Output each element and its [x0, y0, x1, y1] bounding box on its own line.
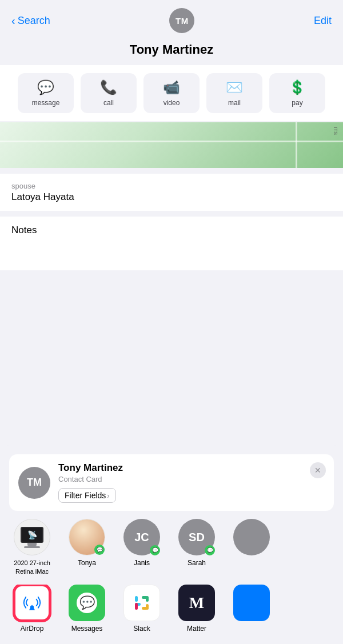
messages-bubble: 💬: [77, 593, 97, 613]
person-avatar-janis: JC 💬: [123, 519, 160, 555]
filter-fields-label: Filter Fields: [65, 491, 106, 500]
contact-name-section: Tony Martinez: [0, 39, 343, 65]
share-contact-card: TM Tony Martinez Contact Card Filter Fie…: [9, 454, 334, 511]
app-item-matter[interactable]: M Matter: [174, 585, 220, 633]
airdrop-icon: [14, 585, 50, 621]
pay-button[interactable]: 💲 pay: [269, 73, 325, 113]
person-name-janis: Janis: [134, 559, 150, 567]
message-badge-icon: 💬: [97, 547, 103, 553]
person-item-mac[interactable]: 📡 2020 27-inchRetina iMac: [9, 519, 55, 575]
message-badge-icon-janis: 💬: [152, 547, 158, 553]
mail-button[interactable]: ✉️ mail: [206, 73, 262, 113]
app-item-messages[interactable]: 💬 Messages: [64, 585, 110, 633]
people-row: 📡 2020 27-inchRetina iMac 💬 Tonya: [0, 519, 343, 585]
spouse-field-label: spouse: [11, 182, 332, 190]
contact-avatar-nav: TM: [169, 8, 194, 33]
filter-fields-button[interactable]: Filter Fields ›: [58, 488, 116, 503]
matter-icon: M: [178, 585, 215, 621]
slack-label: Slack: [133, 625, 150, 633]
pay-label: pay: [292, 99, 302, 107]
person-avatar-tonya: 💬: [69, 519, 105, 555]
person-item-janis[interactable]: JC 💬 Janis: [119, 519, 165, 575]
person-avatar-mac: 📡: [14, 519, 50, 555]
back-button[interactable]: ‹ Search: [11, 14, 50, 27]
slack-icon: [123, 585, 160, 621]
partial-app-icon: [233, 585, 270, 621]
mac-icon: 📡: [21, 527, 43, 548]
matter-label: Matter: [187, 625, 206, 633]
person-name-tonya: Tonya: [78, 559, 96, 567]
pay-icon: 💲: [289, 79, 306, 95]
video-button[interactable]: 📹 video: [143, 73, 200, 113]
person-item-tonya[interactable]: 💬 Tonya: [64, 519, 110, 575]
message-icon: 💬: [37, 79, 54, 95]
map-thumbnail: ITS: [0, 122, 343, 168]
share-contact-subtitle: Contact Card: [58, 475, 325, 483]
person-avatar-extra: [233, 519, 270, 555]
svg-rect-6: [142, 607, 147, 610]
messages-icon: 💬: [69, 585, 105, 621]
mail-label: mail: [228, 99, 241, 107]
message-badge-tonya: 💬: [94, 545, 105, 555]
message-button[interactable]: 💬 message: [18, 73, 74, 113]
svg-rect-1: [135, 596, 138, 602]
message-badge-janis: 💬: [150, 545, 160, 555]
map-label: ITS: [333, 127, 338, 135]
share-sheet: TM Tony Martinez Contact Card Filter Fie…: [0, 445, 343, 644]
edit-button[interactable]: Edit: [314, 15, 332, 27]
app-item-slack[interactable]: Slack: [119, 585, 165, 633]
nav-bar: ‹ Search TM Edit: [0, 0, 343, 39]
notes-section: Notes: [0, 217, 343, 270]
map-section[interactable]: ITS: [0, 122, 343, 168]
svg-rect-4: [142, 596, 147, 599]
svg-rect-8: [135, 603, 138, 609]
mac-screen: 📡: [21, 527, 43, 543]
call-button[interactable]: 📞 call: [81, 73, 137, 113]
app-row: AirDrop 💬 Messages: [0, 585, 343, 644]
app-item-airdrop[interactable]: AirDrop: [9, 585, 55, 633]
mail-icon: ✉️: [226, 79, 243, 95]
action-buttons-row: 💬 message 📞 call 📹 video ✉️ mail 💲 pay: [0, 65, 343, 121]
notes-label: Notes: [11, 225, 332, 236]
contact-name: Tony Martinez: [130, 42, 213, 57]
share-contact-name: Tony Martinez: [58, 462, 325, 474]
call-label: call: [103, 99, 114, 107]
message-label: message: [32, 99, 60, 107]
person-name-mac: 2020 27-inchRetina iMac: [14, 559, 50, 575]
app-item-partial: [229, 585, 274, 633]
back-label: Search: [18, 15, 50, 27]
chevron-right-icon: ›: [107, 491, 109, 500]
share-avatar: TM: [18, 467, 50, 499]
video-label: video: [163, 99, 180, 107]
call-icon: 📞: [100, 79, 117, 95]
airdrop-label: AirDrop: [21, 625, 44, 633]
close-icon: ✕: [314, 466, 321, 475]
person-avatar-sarah: SD 💬: [178, 519, 215, 555]
messages-label: Messages: [71, 625, 103, 633]
message-badge-sarah: 💬: [205, 545, 215, 555]
spouse-section: spouse Latoya Hayata: [0, 174, 343, 211]
airdrop-waves-icon: 📡: [27, 530, 37, 539]
spouse-field-value[interactable]: Latoya Hayata: [11, 191, 332, 203]
person-item-sarah[interactable]: SD 💬 Sarah: [174, 519, 220, 575]
mac-base: [24, 546, 40, 548]
video-icon: 📹: [163, 79, 180, 95]
matter-letter: M: [189, 594, 204, 612]
person-item-extra[interactable]: [229, 519, 274, 575]
share-contact-info: Tony Martinez Contact Card Filter Fields…: [58, 462, 325, 503]
message-badge-icon-sarah: 💬: [207, 547, 213, 553]
person-name-sarah: Sarah: [188, 559, 206, 567]
chevron-left-icon: ‹: [11, 14, 15, 27]
